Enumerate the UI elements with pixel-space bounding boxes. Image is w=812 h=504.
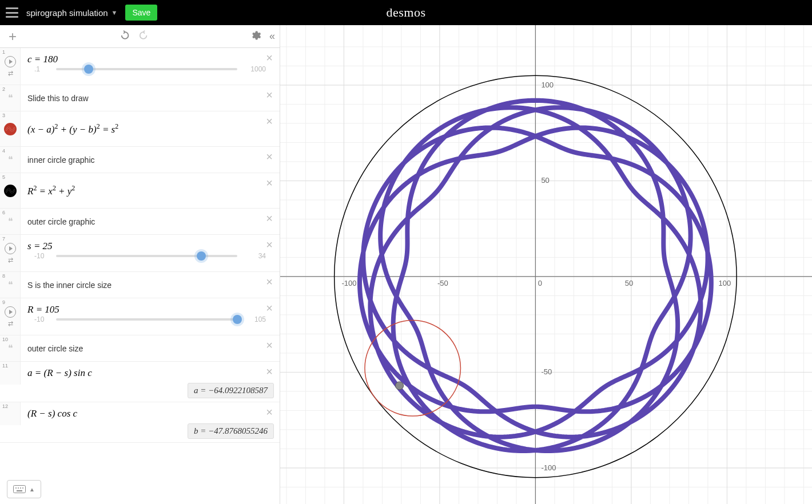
output-value: b = −47.8768055246 (188, 423, 274, 439)
slider-track[interactable] (56, 318, 237, 321)
save-button[interactable]: Save (125, 5, 157, 21)
delete-row-icon[interactable]: × (266, 302, 273, 315)
svg-text:0: 0 (538, 279, 542, 287)
expression-row[interactable]: 8❝S is the inner circle size× (0, 272, 280, 298)
svg-text:50: 50 (541, 176, 549, 185)
slider-min[interactable]: .1 (34, 65, 50, 73)
note-text[interactable]: S is the inner circle size (27, 281, 273, 290)
slider-min[interactable]: -10 (34, 252, 50, 260)
slider-thumb[interactable] (233, 315, 242, 324)
play-icon[interactable] (5, 56, 16, 67)
loop-icon[interactable]: ⇄ (8, 320, 13, 327)
math-expression[interactable]: R2 = x2 + y2 (27, 184, 273, 197)
slider-max[interactable]: 1000 (243, 65, 266, 73)
keyboard-toggle-button[interactable]: ▲ (7, 480, 41, 498)
expression-row[interactable]: 3(x − a)2 + (y − b)2 = s2× (0, 111, 280, 147)
play-icon[interactable] (5, 243, 16, 254)
quote-icon: ❝ (8, 279, 13, 290)
delete-row-icon[interactable]: × (266, 115, 273, 128)
delete-row-icon[interactable]: × (266, 275, 273, 289)
delete-row-icon[interactable]: × (266, 339, 273, 352)
math-expression[interactable]: (x − a)2 + (y − b)2 = s2 (27, 122, 273, 135)
quote-icon: ❝ (8, 343, 13, 354)
loop-icon[interactable]: ⇄ (8, 257, 13, 264)
slider-thumb[interactable] (197, 251, 206, 261)
note-text[interactable]: inner circle graphic (27, 155, 273, 165)
expression-row[interactable]: 11a = (R − s) sin ca = −64.0922108587× (0, 362, 280, 402)
quote-icon: ❝ (8, 93, 13, 103)
expression-row[interactable]: 6❝outer circle graphic× (0, 209, 280, 235)
quote-icon: ❝ (8, 216, 13, 227)
svg-text:-50: -50 (541, 367, 552, 376)
main-area: + « 1⇄c = 180.11000×2❝Slide this to draw… (0, 25, 812, 504)
graph-title[interactable]: spirograph simulation (26, 8, 108, 18)
expression-row[interactable]: 5R2 = x2 + y2× (0, 173, 280, 209)
delete-row-icon[interactable]: × (266, 177, 273, 190)
output-value: a = −64.0922108587 (188, 383, 274, 398)
brand-logo: desmos (387, 5, 426, 20)
row-number: 7 (2, 236, 5, 242)
curve-icon[interactable] (4, 185, 17, 197)
expression-row[interactable]: 10❝outer circle size× (0, 335, 280, 362)
loop-icon[interactable]: ⇄ (8, 70, 13, 77)
undo-icon[interactable] (119, 30, 130, 43)
expression-row[interactable]: 9⇄R = 105-10105× (0, 298, 280, 335)
expression-row[interactable]: 4❝inner circle graphic× (0, 147, 280, 173)
play-icon[interactable] (5, 306, 16, 318)
slider-track[interactable] (56, 68, 237, 70)
row-number: 3 (2, 113, 5, 118)
collapse-panel-icon[interactable]: « (269, 30, 275, 42)
chevron-up-icon: ▲ (29, 486, 35, 493)
delete-row-icon[interactable]: × (266, 51, 273, 65)
slider-track[interactable] (56, 255, 237, 257)
add-expression-button[interactable]: + (5, 29, 21, 45)
svg-point-3 (20, 487, 21, 489)
math-expression[interactable]: (R − s) cos c (27, 408, 273, 419)
expression-row[interactable]: 2❝Slide this to draw× (0, 85, 280, 111)
svg-point-83 (396, 382, 404, 390)
svg-text:50: 50 (625, 279, 633, 287)
row-number: 10 (2, 337, 8, 342)
menu-icon[interactable] (6, 7, 18, 18)
row-number: 8 (2, 273, 5, 279)
delete-row-icon[interactable]: × (266, 238, 273, 251)
svg-text:-100: -100 (541, 463, 556, 472)
delete-row-icon[interactable]: × (266, 365, 273, 378)
expression-row[interactable]: 1⇄c = 180.11000× (0, 48, 280, 85)
title-caret-icon[interactable]: ▼ (112, 9, 118, 16)
svg-rect-5 (17, 490, 22, 491)
svg-text:-100: -100 (341, 279, 356, 287)
svg-point-2 (18, 487, 19, 489)
note-text[interactable]: Slide this to draw (27, 94, 273, 103)
delete-row-icon[interactable]: × (266, 89, 273, 102)
math-expression[interactable]: a = (R − s) sin c (27, 367, 273, 379)
quote-icon: ❝ (8, 154, 13, 165)
gear-icon[interactable] (250, 30, 261, 43)
keyboard-icon (13, 485, 26, 493)
delete-row-icon[interactable]: × (266, 150, 273, 163)
expression-row[interactable]: 12(R − s) cos cb = −47.8768055246× (0, 402, 280, 443)
row-number: 5 (2, 174, 5, 180)
note-text[interactable]: outer circle size (27, 344, 273, 353)
redo-icon[interactable] (137, 30, 149, 43)
slider-max[interactable]: 105 (243, 315, 266, 323)
slider-min[interactable]: -10 (34, 315, 50, 323)
slider-max[interactable]: 34 (243, 252, 266, 260)
curve-icon[interactable] (4, 123, 17, 135)
expression-list[interactable]: 1⇄c = 180.11000×2❝Slide this to draw×3(x… (0, 48, 280, 504)
delete-row-icon[interactable]: × (266, 212, 273, 225)
panel-toolbar: + « (0, 25, 280, 48)
expression-panel: + « 1⇄c = 180.11000×2❝Slide this to draw… (0, 25, 280, 504)
svg-text:100: 100 (541, 81, 554, 89)
delete-row-icon[interactable]: × (266, 406, 273, 419)
math-expression[interactable]: R = 105 (27, 304, 273, 315)
row-number: 11 (2, 363, 8, 369)
note-text[interactable]: outer circle graphic (27, 217, 273, 226)
app-header: spirograph simulation ▼ Save desmos (0, 0, 812, 25)
math-expression[interactable]: s = 25 (27, 241, 273, 252)
slider-thumb[interactable] (84, 65, 93, 74)
svg-point-1 (15, 487, 17, 489)
graph-canvas[interactable]: -100-50050100-100-5050100 (280, 25, 812, 504)
expression-row[interactable]: 7⇄s = 25-1034× (0, 235, 280, 272)
math-expression[interactable]: c = 180 (27, 54, 273, 65)
